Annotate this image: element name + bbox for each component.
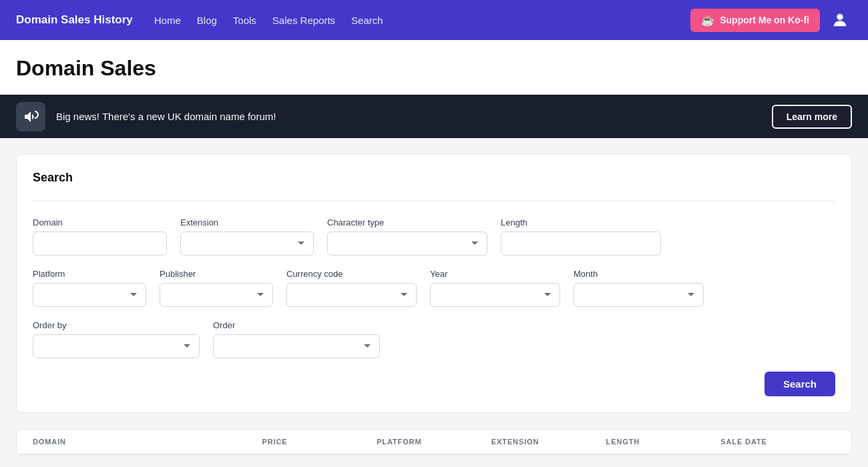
domain-group: Domain	[33, 217, 167, 256]
character-type-group: Character type	[327, 217, 487, 256]
table-header: DOMAIN PRICE PLATFORM EXTENSION LENGTH S…	[17, 430, 851, 454]
col-price: PRICE	[262, 438, 377, 446]
banner-text: Big news! There's a new UK domain name f…	[56, 111, 761, 122]
page-title: Domain Sales	[16, 56, 852, 81]
search-card: Search Domain Extension Character type	[16, 154, 852, 413]
col-sale-date: SALE DATE	[720, 438, 835, 446]
extension-select[interactable]	[180, 231, 314, 256]
currency-code-group: Currency code	[286, 269, 417, 307]
col-extension: EXTENSION	[491, 438, 606, 446]
nav-right: ☕ Support Me on Ko-fi	[690, 8, 852, 32]
nav-links: Home Blog Tools Sales Reports Search	[154, 15, 669, 26]
order-label: Order	[213, 320, 380, 330]
order-by-select[interactable]	[33, 334, 200, 358]
year-label: Year	[430, 269, 560, 279]
length-label: Length	[501, 217, 661, 227]
platform-label: Platform	[33, 269, 146, 279]
platform-select[interactable]	[33, 283, 146, 307]
length-group: Length	[501, 217, 661, 256]
length-input[interactable]	[501, 231, 661, 256]
learn-more-button[interactable]: Learn more	[772, 105, 852, 129]
user-icon	[831, 11, 849, 29]
kofi-button[interactable]: ☕ Support Me on Ko-fi	[690, 9, 820, 32]
publisher-group: Publisher	[160, 269, 273, 307]
month-select[interactable]	[574, 283, 704, 307]
extension-group: Extension	[180, 217, 314, 256]
nav-link-search[interactable]: Search	[351, 15, 383, 26]
character-type-select[interactable]	[327, 231, 487, 256]
extension-label: Extension	[180, 217, 314, 227]
kofi-icon: ☕	[701, 14, 714, 27]
month-label: Month	[574, 269, 704, 279]
year-select[interactable]	[430, 283, 560, 307]
publisher-select[interactable]	[160, 283, 273, 307]
col-platform: PLATFORM	[377, 438, 491, 446]
results-table: DOMAIN PRICE PLATFORM EXTENSION LENGTH S…	[16, 429, 852, 455]
col-length: LENGTH	[606, 438, 721, 446]
platform-group: Platform	[33, 269, 146, 307]
search-row-3: Order by Order	[33, 320, 835, 358]
kofi-label: Support Me on Ko-fi	[720, 15, 809, 25]
order-select[interactable]	[213, 334, 380, 358]
currency-code-label: Currency code	[286, 269, 417, 279]
year-group: Year	[430, 269, 560, 307]
search-card-title: Search	[33, 171, 835, 185]
navbar: Domain Sales History Home Blog Tools Sal…	[0, 0, 868, 40]
nav-brand: Domain Sales History	[16, 13, 133, 27]
megaphone-icon-wrap	[16, 102, 45, 131]
month-group: Month	[574, 269, 704, 307]
nav-link-blog[interactable]: Blog	[197, 15, 217, 26]
order-by-group: Order by	[33, 320, 200, 358]
main-content: Search Domain Extension Character type	[0, 138, 868, 467]
order-group: Order	[213, 320, 380, 358]
search-footer: Search	[33, 372, 835, 396]
publisher-label: Publisher	[160, 269, 273, 279]
character-type-label: Character type	[327, 217, 487, 227]
order-by-label: Order by	[33, 320, 200, 330]
domain-input[interactable]	[33, 231, 167, 256]
megaphone-icon	[23, 109, 39, 125]
search-divider	[33, 201, 835, 201]
nav-link-sales-reports[interactable]: Sales Reports	[272, 15, 335, 26]
search-button[interactable]: Search	[765, 372, 835, 396]
col-domain: DOMAIN	[33, 438, 262, 446]
nav-link-tools[interactable]: Tools	[233, 15, 256, 26]
announcement-banner: Big news! There's a new UK domain name f…	[0, 95, 868, 138]
search-row-2: Platform Publisher Currency code Year	[33, 269, 835, 307]
currency-code-select[interactable]	[286, 283, 417, 307]
page-title-section: Domain Sales	[0, 40, 868, 95]
domain-label: Domain	[33, 217, 167, 227]
nav-link-home[interactable]: Home	[154, 15, 181, 26]
search-row-1: Domain Extension Character type Length	[33, 217, 835, 256]
user-menu-button[interactable]	[828, 8, 852, 32]
svg-point-0	[837, 14, 843, 20]
